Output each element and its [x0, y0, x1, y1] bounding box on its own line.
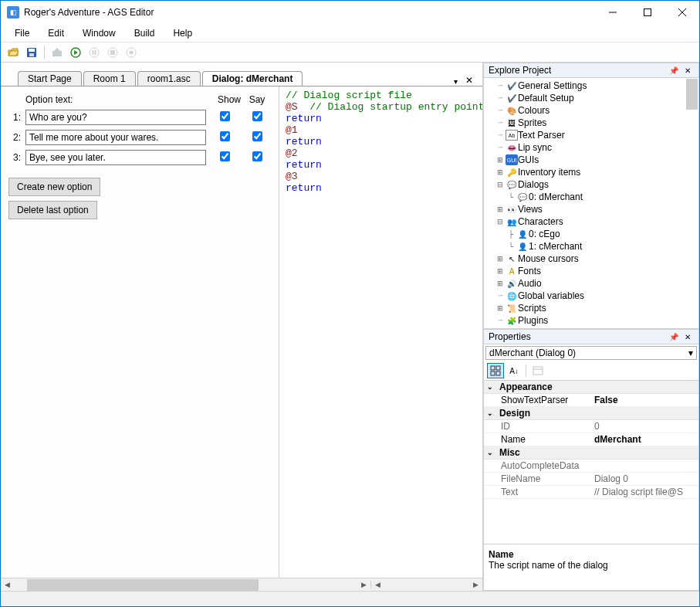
menu-file[interactable]: File [7, 26, 37, 40]
prop-filename[interactable]: FileNameDialog 0 [484, 473, 698, 486]
toolbar-separator [44, 46, 45, 59]
prop-name[interactable]: NamedMerchant [484, 433, 698, 446]
prop-id[interactable]: ID0 [484, 420, 698, 433]
tree-characters: ⊟👥Characters [484, 215, 698, 228]
pin-icon[interactable]: 📌 [666, 66, 681, 75]
text-icon: Ab [506, 130, 518, 141]
option-text-input-1[interactable] [25, 110, 206, 125]
say-checkbox-3[interactable] [252, 151, 262, 161]
tree-audio: ⊞🔊Audio [484, 277, 698, 290]
tree-dialog-0: └💬0: dMerchant [484, 191, 698, 203]
show-checkbox-3[interactable] [220, 151, 230, 161]
menu-build[interactable]: Build [127, 26, 163, 40]
menubar: File Edit Window Build Help [1, 24, 699, 42]
explore-title: Explore Project [489, 65, 666, 76]
font-icon: A [506, 266, 518, 276]
titlebar: ◧ Roger's Adventure - AGS Editor [1, 1, 699, 24]
svg-rect-19 [496, 371, 500, 375]
sprite-icon: 🖼 [506, 117, 518, 128]
speech-icon: 💬 [506, 179, 518, 190]
workspace: Option text: Show Say 1: 2: 3: [1, 86, 482, 578]
show-checkbox-1[interactable] [220, 111, 230, 121]
app-icon: ◧ [7, 6, 19, 19]
show-checkbox-2[interactable] [220, 131, 230, 141]
option-text-input-3[interactable] [25, 150, 206, 165]
create-option-button[interactable]: Create new option [8, 178, 100, 196]
tree-general-settings: ┈✔️General Settings [484, 80, 698, 92]
delete-option-button[interactable]: Delete last option [8, 201, 97, 219]
horizontal-scrollbar[interactable]: ◀▶ ◀▶ [1, 578, 482, 591]
svg-rect-11 [95, 50, 96, 55]
cat-misc[interactable]: ⌄Misc [484, 446, 698, 459]
scrollbar-thumb[interactable] [686, 79, 698, 110]
properties-object-selector[interactable]: dMerchant (Dialog 0)▾ [485, 346, 697, 360]
tab-dropdown-icon[interactable]: ▾ [451, 77, 461, 86]
svg-rect-17 [496, 366, 500, 370]
build-icon[interactable] [49, 45, 65, 60]
tab-close-icon[interactable]: ✕ [461, 75, 478, 86]
alphabetical-button[interactable]: A↓ [506, 363, 522, 378]
show-column-header: Show [215, 94, 243, 105]
cat-design[interactable]: ⌄Design [484, 407, 698, 420]
say-checkbox-2[interactable] [252, 131, 262, 141]
menu-edit[interactable]: Edit [40, 26, 72, 40]
palette-icon: 🎨 [506, 105, 518, 116]
pause-icon[interactable] [86, 45, 102, 60]
cat-appearance[interactable]: ⌄Appearance [484, 381, 698, 394]
categorized-button[interactable] [487, 363, 504, 378]
tree-char-1: └👤1: cMerchant [484, 240, 698, 253]
option-number: 2: [8, 132, 21, 143]
prop-autocomplete[interactable]: AutoCompleteData [484, 459, 698, 473]
option-text-input-2[interactable] [25, 130, 206, 145]
tree-lip-sync: ┈👄Lip sync [484, 141, 698, 154]
svg-rect-18 [491, 371, 495, 375]
property-pages-button[interactable] [529, 363, 546, 378]
save-icon[interactable] [24, 45, 39, 60]
editor-pane: Start Page Room 1 room1.asc Dialog: dMer… [1, 63, 483, 591]
properties-title: Properties [489, 331, 666, 342]
stop-icon[interactable] [105, 45, 120, 60]
check-icon: ✔️ [506, 80, 518, 91]
svg-point-15 [130, 50, 134, 54]
tree-fonts: ⊞AFonts [484, 265, 698, 277]
tree-default-setup: ┈✔️Default Setup [484, 92, 698, 104]
speech-icon: 💬 [516, 192, 529, 202]
option-text-label: Option text: [8, 94, 215, 105]
panel-close-icon[interactable]: ✕ [681, 66, 694, 75]
minimize-button[interactable] [595, 1, 630, 24]
open-icon[interactable] [5, 45, 21, 60]
properties-panel: Properties 📌 ✕ dMerchant (Dialog 0)▾ A↓ … [483, 329, 699, 591]
toolbar [1, 42, 699, 63]
window-title: Roger's Adventure - AGS Editor [24, 7, 595, 18]
close-button[interactable] [664, 1, 699, 24]
property-help: Name The script name of the dialog [484, 544, 698, 590]
menu-window[interactable]: Window [75, 26, 123, 40]
tree-views: ⊞👀Views [484, 203, 698, 215]
option-row-2: 2: [8, 130, 271, 145]
svg-rect-5 [29, 49, 35, 52]
tab-room1-asc[interactable]: room1.asc [137, 71, 201, 86]
say-checkbox-1[interactable] [252, 111, 262, 121]
option-number: 3: [8, 152, 21, 163]
maximize-button[interactable] [630, 1, 664, 24]
project-tree[interactable]: ┈✔️General Settings ┈✔️Default Setup ┈🎨C… [484, 78, 698, 328]
gui-icon: GUI [506, 154, 518, 165]
tree-globals: ┈🌐Global variables [484, 290, 698, 302]
tab-dialog-dmerchant[interactable]: Dialog: dMerchant [202, 71, 303, 86]
step-icon[interactable] [123, 45, 139, 60]
run-icon[interactable] [68, 45, 83, 60]
script-editor[interactable]: // Dialog script file @S // Dialog start… [279, 86, 482, 578]
tree-cursors: ⊞↖Mouse cursors [484, 253, 698, 265]
right-pane: Explore Project 📌 ✕ ┈✔️General Settings … [483, 63, 699, 591]
property-grid[interactable]: ⌄Appearance ShowTextParserFalse ⌄Design … [484, 381, 698, 544]
tab-start-page[interactable]: Start Page [18, 71, 82, 86]
prop-text[interactable]: Text// Dialog script file@S [484, 486, 698, 499]
tree-sprites: ┈🖼Sprites [484, 117, 698, 129]
menu-help[interactable]: Help [165, 26, 200, 40]
pin-icon[interactable]: 📌 [666, 333, 681, 341]
prop-showtextparser[interactable]: ShowTextParserFalse [484, 394, 698, 407]
panel-close-icon[interactable]: ✕ [681, 333, 694, 341]
svg-rect-13 [110, 50, 115, 55]
speaker-icon: 🔊 [506, 278, 518, 289]
tab-room1[interactable]: Room 1 [83, 71, 136, 86]
